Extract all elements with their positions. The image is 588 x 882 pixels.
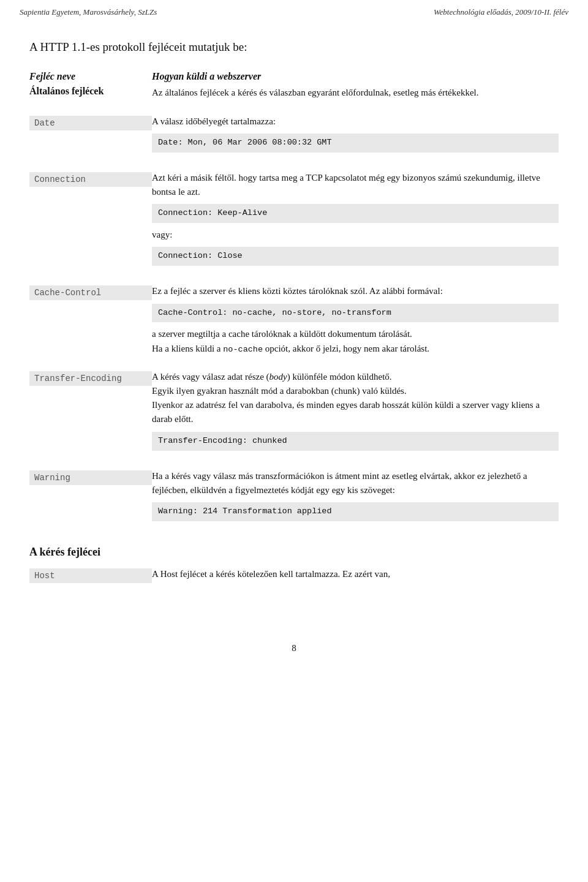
header-left: Sapientia Egyetem, Marosvásárhely, SzLZs	[20, 7, 157, 17]
warning-code: Warning: 214 Transformation applied	[152, 502, 559, 521]
cache-control-label: Cache-Control	[29, 285, 152, 300]
date-label: Date	[29, 116, 152, 130]
general-headers-description: Az általános fejlécek a kérés és válaszb…	[152, 86, 559, 100]
section2-title: A kérés fejlécei	[29, 546, 559, 559]
cache-control-code: Cache-Control: no-cache, no-store, no-tr…	[152, 304, 559, 323]
warning-content: Ha a kérés vagy válasz más transzformáci…	[152, 469, 559, 526]
date-content: A válasz időbélyegét tartalmazza: Date: …	[152, 115, 559, 157]
connection-label: Connection	[29, 172, 152, 187]
section-warning: Warning Ha a kérés vagy válasz más trans…	[29, 469, 559, 526]
cache-control-text-before: Ez a fejléc a szerver és kliens közti kö…	[152, 286, 443, 296]
column-header-left: Fejléc neve	[29, 71, 152, 82]
transfer-encoding-code: Transfer-Encoding: chunked	[152, 432, 559, 451]
connection-code2: Connection: Close	[152, 247, 559, 266]
transfer-encoding-content: A kérés vagy válasz adat része (body) kü…	[152, 370, 559, 456]
warning-text-before: Ha a kérés vagy válasz más transzformáci…	[152, 471, 527, 495]
vagy-text: vagy:	[152, 228, 559, 242]
transfer-encoding-text-before: A kérés vagy válasz adat része (body) kü…	[152, 372, 540, 424]
main-title: A HTTP 1.1-es protokoll fejléceit mutatj…	[29, 40, 559, 54]
transfer-encoding-label: Transfer-Encoding	[29, 371, 152, 386]
page-header: Sapientia Egyetem, Marosvásárhely, SzLZs…	[0, 0, 588, 22]
connection-text-before: Azt kéri a másik féltől. hogy tartsa meg…	[152, 173, 540, 197]
column-header-right: Hogyan küldi a webszerver	[152, 71, 559, 82]
header-right: Webtechnológia előadás, 2009/10-II. félé…	[434, 7, 568, 17]
general-headers-label: Általános fejlécek	[29, 86, 152, 100]
date-code: Date: Mon, 06 Mar 2006 08:00:32 GMT	[152, 134, 559, 153]
body-italic: body	[270, 372, 287, 382]
section-connection: Connection Azt kéri a másik féltől. hogy…	[29, 171, 559, 271]
no-cache-inline: no-cache	[223, 345, 263, 354]
date-text-before: A válasz időbélyegét tartalmazza:	[152, 116, 276, 126]
connection-code1: Connection: Keep-Alive	[152, 204, 559, 223]
cache-control-text-after: a szerver megtiltja a cache tárolóknak a…	[152, 329, 429, 353]
connection-content: Azt kéri a másik féltől. hogy tartsa meg…	[152, 171, 559, 271]
page-number: 8	[0, 633, 588, 663]
host-label: Host	[29, 568, 152, 583]
section-cache-control: Cache-Control Ez a fejléc a szerver és k…	[29, 284, 559, 356]
host-content: A Host fejlécet a kérés kötelezően kell …	[152, 567, 559, 581]
section-transfer-encoding: Transfer-Encoding A kérés vagy válasz ad…	[29, 370, 559, 456]
cache-control-content: Ez a fejléc a szerver és kliens közti kö…	[152, 284, 559, 356]
section-date: Date A válasz időbélyegét tartalmazza: D…	[29, 115, 559, 157]
section-host: Host A Host fejlécet a kérés kötelezően …	[29, 567, 559, 583]
warning-label: Warning	[29, 470, 152, 485]
